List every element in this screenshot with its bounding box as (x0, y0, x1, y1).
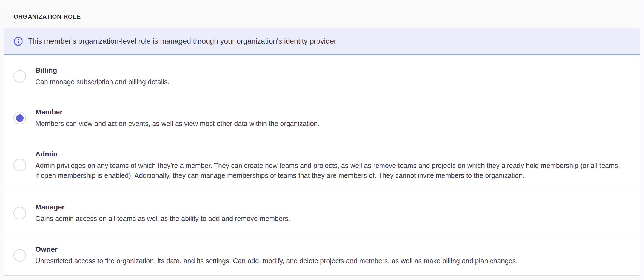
role-option-content: OwnerUnrestricted access to the organiza… (35, 245, 518, 266)
info-banner-text: This member's organization-level role is… (28, 37, 338, 46)
role-option-billing[interactable]: BillingCan manage subscription and billi… (4, 55, 640, 97)
role-option-description: Gains admin access on all teams as well … (35, 214, 290, 223)
role-option-content: AdminAdmin privileges on any teams of wh… (35, 150, 623, 180)
radio-selected-dot (16, 114, 24, 122)
role-option-owner[interactable]: OwnerUnrestricted access to the organiza… (4, 235, 640, 275)
radio-manager[interactable] (13, 207, 26, 219)
role-option-member[interactable]: MemberMembers can view and act on events… (4, 97, 640, 139)
role-option-label: Owner (35, 245, 518, 254)
role-option-content: BillingCan manage subscription and billi… (35, 66, 169, 87)
role-option-description: Unrestricted access to the organization,… (35, 256, 518, 266)
organization-role-panel: ORGANIZATION ROLE This member's organiza… (4, 5, 640, 276)
role-option-content: MemberMembers can view and act on events… (35, 108, 320, 128)
role-option-label: Manager (35, 203, 290, 211)
role-option-label: Member (35, 108, 320, 116)
role-option-content: ManagerGains admin access on all teams a… (35, 203, 290, 223)
role-option-description: Admin privileges on any teams of which t… (35, 161, 623, 180)
radio-owner[interactable] (13, 249, 26, 262)
role-option-description: Members can view and act on events, as w… (35, 119, 320, 128)
panel-title: ORGANIZATION ROLE (13, 13, 81, 20)
radio-member-selected[interactable] (13, 112, 26, 124)
radio-billing[interactable] (13, 70, 26, 83)
info-icon (13, 37, 23, 46)
role-options-list: BillingCan manage subscription and billi… (4, 55, 640, 275)
role-option-admin[interactable]: AdminAdmin privileges on any teams of wh… (4, 139, 640, 191)
role-option-manager[interactable]: ManagerGains admin access on all teams a… (4, 191, 640, 235)
role-option-label: Billing (35, 66, 169, 75)
panel-header: ORGANIZATION ROLE (4, 5, 640, 28)
role-option-label: Admin (35, 150, 623, 158)
info-banner: This member's organization-level role is… (4, 28, 640, 55)
radio-admin[interactable] (13, 159, 26, 171)
role-option-description: Can manage subscription and billing deta… (35, 77, 169, 87)
